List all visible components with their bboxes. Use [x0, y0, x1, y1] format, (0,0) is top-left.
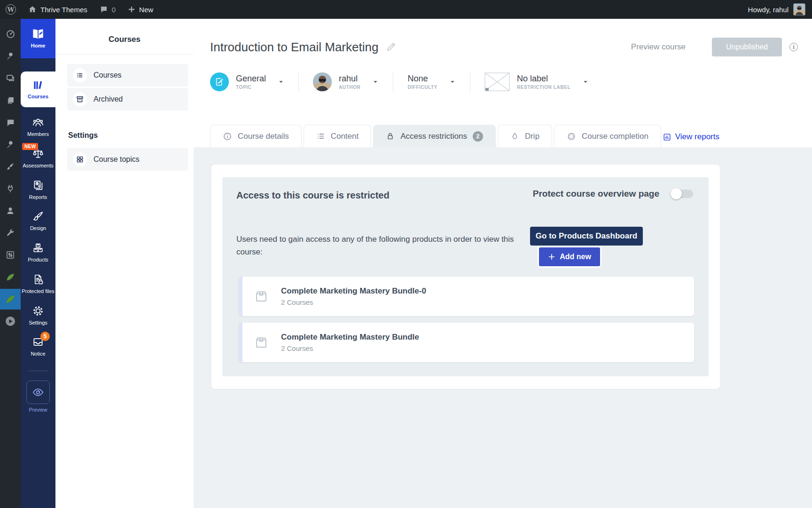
tab-course-details[interactable]: Course details	[210, 125, 302, 147]
account-menu[interactable]: Howdy, rahul	[748, 3, 812, 16]
sidebar-item-label: Assessments	[23, 163, 53, 169]
chevron-down-icon	[278, 79, 284, 85]
edit-title-icon[interactable]	[386, 42, 396, 52]
protect-overview-toggle[interactable]	[671, 190, 693, 198]
restrictions-card: Access to this course is restricted Prot…	[211, 165, 720, 389]
panel-item-label: Archived	[94, 95, 123, 103]
tab-drip[interactable]: Drip	[498, 125, 552, 147]
tab-count-badge: 2	[473, 131, 483, 142]
add-new-button[interactable]: Add new	[538, 246, 601, 268]
restriction-label: RESTRICTION LABEL	[517, 85, 570, 90]
plus-icon	[128, 6, 135, 13]
tab-label: Drip	[525, 132, 539, 141]
sidebar-item-courses[interactable]: Courses	[21, 71, 55, 107]
topic-icon	[210, 72, 229, 91]
go-to-products-dashboard-button[interactable]: Go to Products Dashboard	[530, 227, 643, 246]
course-tabs: Course details Content Access restrictio…	[210, 125, 812, 147]
list-icon	[73, 68, 87, 82]
sidebar-item-settings[interactable]: Settings	[21, 304, 55, 327]
tab-label: Course completion	[582, 132, 648, 141]
unpublished-button[interactable]: Unpublished	[712, 38, 782, 56]
toggle-knob	[671, 188, 682, 199]
site-home-link[interactable]: Thrive Themes	[28, 5, 87, 14]
panel-item-archived[interactable]: Archived	[67, 88, 188, 111]
eye-icon	[31, 386, 45, 398]
thrive-apprentice-active-icon[interactable]	[0, 289, 21, 310]
sidebar-item-label: Home	[31, 43, 46, 49]
tab-label: Content	[331, 132, 359, 141]
panel-divider	[55, 54, 194, 55]
sidebar-item-products[interactable]: Products	[21, 241, 55, 264]
members-icon	[31, 116, 45, 128]
sidebar-item-label: Settings	[29, 320, 47, 326]
sidebar-item-members[interactable]: Members	[21, 115, 55, 139]
course-meta-row: General TOPIC rahul AUTHOR None	[210, 71, 812, 92]
media-icon[interactable]	[5, 72, 16, 84]
chevron-down-icon	[449, 79, 456, 85]
difficulty-dropdown[interactable]: None DIFFICULTY	[393, 74, 470, 90]
tab-access-restrictions[interactable]: Access restrictions 2	[373, 125, 496, 147]
droplet-icon	[510, 132, 519, 141]
tab-course-completion[interactable]: Course completion	[554, 125, 661, 147]
tab-content-area: Access to this course is restricted Prot…	[194, 147, 812, 508]
sidebar-item-protected-files[interactable]: Protected files	[21, 272, 55, 296]
topic-dropdown[interactable]: General TOPIC	[210, 72, 298, 91]
product-name: Complete Marketing Mastery Bundle-0	[281, 286, 426, 296]
comments-strip-icon[interactable]	[5, 117, 16, 128]
difficulty-value: None	[407, 74, 437, 84]
appearance-brush-icon[interactable]	[5, 161, 16, 172]
gear-icon	[31, 305, 45, 317]
sidebar-item-label: Members	[27, 131, 49, 138]
users-icon[interactable]	[5, 205, 16, 216]
product-row[interactable]: Complete Marketing Mastery Bundle 2 Cour…	[239, 323, 694, 362]
new-label: New	[139, 6, 153, 14]
sidebar-item-assessments[interactable]: NEW Assessments	[21, 147, 55, 170]
plugins-icon[interactable]	[5, 183, 16, 194]
chevron-down-icon	[582, 79, 589, 85]
dashboard-icon[interactable]	[5, 28, 16, 40]
tab-content[interactable]: Content	[304, 125, 372, 147]
settings-sliders-icon[interactable]	[5, 249, 16, 261]
product-name: Complete Marketing Mastery Bundle	[281, 333, 419, 342]
wordpress-logo-icon[interactable]: W	[6, 4, 16, 15]
video-play-icon[interactable]	[5, 316, 16, 327]
preview-eye-box	[26, 381, 50, 404]
sidebar-item-label: Design	[30, 225, 46, 232]
sidebar-item-home[interactable]: Home	[21, 19, 55, 58]
panel-item-label: Courses	[94, 71, 122, 79]
plus-icon	[548, 253, 555, 261]
sidebar-item-design[interactable]: Design	[21, 209, 55, 233]
info-icon[interactable]: i	[789, 43, 798, 51]
settings-heading: Settings	[68, 131, 194, 140]
restriction-label-dropdown[interactable]: No label RESTRICTION LABEL	[470, 72, 603, 91]
sidebar-item-preview[interactable]: Preview	[21, 380, 55, 414]
preview-course-link[interactable]: Preview course	[631, 42, 686, 52]
tools-wrench-icon[interactable]	[5, 227, 16, 238]
course-header: Introduction to Email Marketing Preview …	[194, 19, 812, 147]
pages-icon[interactable]	[5, 95, 16, 106]
view-reports-link[interactable]: View reports	[663, 132, 719, 142]
chevron-down-icon	[372, 79, 379, 85]
restriction-heading: Access to this course is restricted	[236, 190, 390, 201]
boxes-icon	[31, 242, 45, 254]
thrive-leaf-icon[interactable]	[5, 271, 16, 283]
sidebar-item-notice[interactable]: 5 Notice	[21, 335, 55, 358]
comments-link[interactable]: 0	[100, 5, 116, 14]
sidebar-item-reports[interactable]: Reports	[21, 178, 55, 202]
wp-admin-menu-strip	[0, 19, 21, 508]
medal-icon	[567, 132, 576, 141]
posts-pin-icon[interactable]	[5, 50, 16, 62]
new-content-link[interactable]: New	[128, 6, 153, 14]
panel-item-courses[interactable]: Courses	[67, 64, 188, 87]
panel-title: Courses	[55, 35, 194, 44]
list-icon	[316, 132, 325, 141]
panel-item-course-topics[interactable]: Course topics	[67, 148, 188, 171]
screen: W Thrive Themes 0 New Howdy, rahul	[0, 0, 812, 508]
product-row[interactable]: Complete Marketing Mastery Bundle-0 2 Co…	[239, 277, 694, 316]
sidebar-item-label: Courses	[28, 94, 48, 100]
product-list: Complete Marketing Mastery Bundle-0 2 Co…	[239, 277, 694, 369]
pin-icon[interactable]	[5, 139, 16, 150]
open-book-icon	[31, 28, 45, 40]
author-dropdown[interactable]: rahul AUTHOR	[299, 72, 393, 91]
difficulty-label: DIFFICULTY	[407, 85, 437, 90]
